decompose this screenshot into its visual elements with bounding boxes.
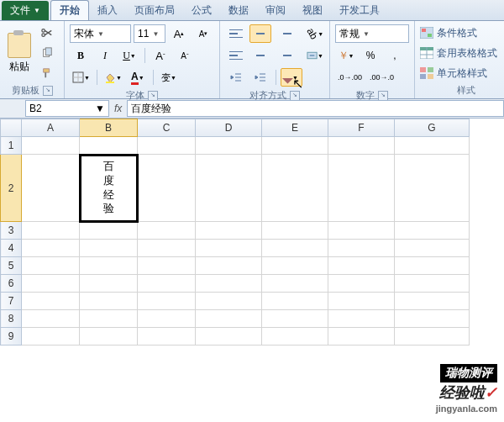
svg-rect-6	[422, 29, 426, 32]
file-tab[interactable]: 文件▼	[2, 1, 49, 20]
align-bottom-icon	[277, 27, 292, 40]
copy-button[interactable]	[35, 44, 59, 62]
fill-color-button[interactable]: ▼	[102, 68, 124, 87]
bold-button[interactable]: B	[70, 46, 92, 65]
scissors-icon	[41, 27, 53, 39]
tab-dev[interactable]: 开发工具	[331, 1, 388, 20]
row-header[interactable]: 5	[1, 257, 22, 275]
cut-button[interactable]	[35, 24, 59, 42]
font-name-combo[interactable]: 宋体▼	[70, 24, 131, 43]
tab-view[interactable]: 视图	[294, 1, 331, 20]
name-box[interactable]: B2▼	[25, 100, 109, 117]
decrease-indent-button[interactable]	[225, 68, 247, 87]
cell[interactable]	[138, 155, 196, 222]
accounting-button[interactable]: ￥▼	[335, 46, 357, 65]
fx-icon[interactable]: fx	[114, 103, 122, 114]
cell[interactable]	[196, 155, 262, 222]
paste-button[interactable]: 粘贴	[5, 24, 34, 82]
tab-layout[interactable]: 页面布局	[126, 1, 183, 20]
cell[interactable]	[262, 155, 328, 222]
align-left-button[interactable]	[225, 46, 247, 65]
orientation-split-button[interactable]: ◢▼	[281, 68, 302, 87]
row-header[interactable]: 8	[1, 310, 22, 328]
svg-rect-3	[106, 82, 114, 83]
row-header[interactable]: 9	[1, 328, 22, 346]
phonetic-button[interactable]: Aˇ	[150, 46, 171, 65]
paste-label: 粘贴	[9, 60, 29, 74]
italic-button[interactable]: I	[94, 46, 116, 65]
cell[interactable]	[328, 155, 395, 222]
cell[interactable]	[138, 137, 196, 155]
cell[interactable]	[22, 137, 80, 155]
watermark: 瑞物测评 经验啦✓ jingyanla.com	[436, 364, 497, 414]
cell[interactable]	[22, 155, 80, 222]
dialog-launcher-icon[interactable]: ↘	[290, 91, 300, 101]
dialog-launcher-icon[interactable]: ↘	[148, 91, 158, 101]
brush-icon	[41, 67, 53, 79]
cell-style-icon	[420, 67, 433, 79]
row-header[interactable]: 3	[1, 222, 22, 240]
col-header[interactable]: C	[138, 119, 196, 137]
shrink-font-button[interactable]: A▾	[192, 24, 214, 43]
conditional-format-button[interactable]: 条件格式	[420, 24, 504, 42]
row-header[interactable]: 6	[1, 275, 22, 293]
tab-data[interactable]: 数据	[220, 1, 257, 20]
increase-decimal-button[interactable]: .0→.00	[335, 68, 365, 87]
col-header[interactable]: A	[22, 119, 80, 137]
align-middle-icon	[253, 27, 268, 40]
increase-indent-button[interactable]	[249, 68, 271, 87]
font-size-combo[interactable]: 11▼	[134, 24, 165, 43]
col-header[interactable]: D	[196, 119, 262, 137]
cell[interactable]	[80, 137, 138, 155]
ruby-button[interactable]: 变▼	[158, 68, 180, 87]
tab-review[interactable]: 审阅	[257, 1, 294, 20]
formula-bar[interactable]: 百度经验	[127, 100, 504, 117]
cell[interactable]	[196, 137, 262, 155]
row-header[interactable]: 7	[1, 293, 22, 310]
align-top-button[interactable]	[225, 24, 247, 43]
dialog-launcher-icon[interactable]: ↘	[43, 86, 53, 96]
number-format-combo[interactable]: 常规▼	[335, 24, 409, 43]
format-painter-button[interactable]	[35, 64, 59, 82]
cell-selected[interactable]: 百度经验	[80, 155, 138, 222]
tab-home[interactable]: 开始	[50, 0, 89, 20]
chevron-down-icon: ▼	[95, 103, 105, 114]
font-color-button[interactable]: A▼	[127, 68, 149, 87]
col-header[interactable]: E	[262, 119, 328, 137]
col-header[interactable]: G	[395, 119, 470, 137]
underline-button[interactable]: U▼	[118, 46, 140, 65]
align-bottom-button[interactable]	[274, 24, 296, 43]
row-header[interactable]: 2	[1, 155, 22, 222]
comma-button[interactable]: ,	[384, 46, 406, 65]
svg-rect-11	[428, 67, 433, 72]
align-left-icon	[228, 49, 244, 62]
copy-icon	[41, 47, 53, 59]
align-middle-button[interactable]	[249, 24, 271, 43]
col-header[interactable]: B	[80, 119, 138, 137]
cell[interactable]	[395, 155, 470, 222]
tab-formula[interactable]: 公式	[183, 1, 220, 20]
border-button[interactable]: ▼	[70, 68, 92, 87]
align-center-icon	[253, 49, 268, 62]
align-right-button[interactable]	[274, 46, 296, 65]
phonetic-button-2[interactable]: Aˇ	[174, 46, 196, 65]
decrease-decimal-button[interactable]: .00→.0	[367, 68, 396, 87]
col-header[interactable]: F	[328, 119, 395, 137]
row-header[interactable]: 4	[1, 240, 22, 257]
cell[interactable]	[262, 137, 328, 155]
merge-button[interactable]: ▼	[304, 46, 326, 65]
spreadsheet-grid[interactable]: A B C D E F G 1 2 百度经验 3 4 5 6 7 8 9	[0, 119, 470, 346]
cell-styles-button[interactable]: 单元格样式	[420, 64, 504, 82]
tab-insert[interactable]: 插入	[89, 1, 126, 20]
grow-font-button[interactable]: A▴	[168, 24, 190, 43]
chevron-down-icon: ▼	[34, 7, 40, 14]
dialog-launcher-icon[interactable]: ↘	[378, 91, 388, 101]
orientation-button[interactable]: ab▼	[304, 24, 326, 43]
percent-button[interactable]: %	[360, 46, 381, 65]
align-center-button[interactable]	[249, 46, 271, 65]
format-table-button[interactable]: 套用表格格式	[420, 44, 504, 62]
cell[interactable]	[395, 137, 470, 155]
cell[interactable]	[328, 137, 395, 155]
select-all-corner[interactable]	[1, 119, 22, 137]
row-header[interactable]: 1	[1, 137, 22, 155]
